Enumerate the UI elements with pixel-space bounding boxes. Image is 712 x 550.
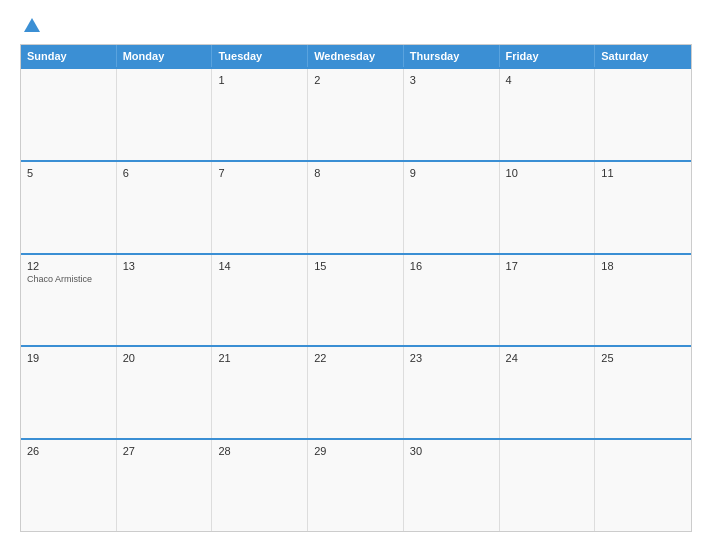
calendar-cell-w2-d6: 10: [500, 162, 596, 253]
calendar-cell-w1-d7: [595, 69, 691, 160]
day-number: 29: [314, 445, 397, 457]
calendar-cell-w1-d6: 4: [500, 69, 596, 160]
col-saturday: Saturday: [595, 45, 691, 67]
day-number: 27: [123, 445, 206, 457]
logo: [20, 18, 40, 34]
day-number: 30: [410, 445, 493, 457]
calendar-grid: Sunday Monday Tuesday Wednesday Thursday…: [20, 44, 692, 532]
day-number: 3: [410, 74, 493, 86]
calendar-cell-w1-d2: [117, 69, 213, 160]
col-thursday: Thursday: [404, 45, 500, 67]
day-number: 26: [27, 445, 110, 457]
calendar-cell-w3-d4: 15: [308, 255, 404, 346]
day-number: 19: [27, 352, 110, 364]
calendar-cell-w3-d7: 18: [595, 255, 691, 346]
calendar-cell-w3-d1: 12Chaco Armistice: [21, 255, 117, 346]
calendar-week-3: 12Chaco Armistice131415161718: [21, 253, 691, 346]
day-number: 24: [506, 352, 589, 364]
day-number: 25: [601, 352, 685, 364]
holiday-label: Chaco Armistice: [27, 274, 110, 284]
day-number: 2: [314, 74, 397, 86]
calendar-cell-w1-d3: 1: [212, 69, 308, 160]
calendar-cell-w1-d1: [21, 69, 117, 160]
day-number: 7: [218, 167, 301, 179]
day-number: 28: [218, 445, 301, 457]
calendar-cell-w4-d3: 21: [212, 347, 308, 438]
day-number: 9: [410, 167, 493, 179]
calendar-cell-w5-d6: [500, 440, 596, 531]
calendar-body: 123456789101112Chaco Armistice1314151617…: [21, 67, 691, 531]
day-number: 22: [314, 352, 397, 364]
calendar-cell-w1-d4: 2: [308, 69, 404, 160]
calendar-cell-w3-d3: 14: [212, 255, 308, 346]
col-sunday: Sunday: [21, 45, 117, 67]
calendar-cell-w3-d5: 16: [404, 255, 500, 346]
calendar-week-4: 19202122232425: [21, 345, 691, 438]
calendar-cell-w3-d6: 17: [500, 255, 596, 346]
col-wednesday: Wednesday: [308, 45, 404, 67]
calendar-cell-w2-d7: 11: [595, 162, 691, 253]
calendar-cell-w5-d1: 26: [21, 440, 117, 531]
calendar-cell-w4-d5: 23: [404, 347, 500, 438]
day-number: 20: [123, 352, 206, 364]
day-number: 1: [218, 74, 301, 86]
calendar-week-1: 1234: [21, 67, 691, 160]
day-number: 5: [27, 167, 110, 179]
day-number: 11: [601, 167, 685, 179]
day-number: 14: [218, 260, 301, 272]
calendar-cell-w2-d5: 9: [404, 162, 500, 253]
col-tuesday: Tuesday: [212, 45, 308, 67]
calendar-cell-w2-d3: 7: [212, 162, 308, 253]
calendar-cell-w5-d4: 29: [308, 440, 404, 531]
calendar-cell-w2-d2: 6: [117, 162, 213, 253]
day-number: 10: [506, 167, 589, 179]
day-number: 12: [27, 260, 110, 272]
col-monday: Monday: [117, 45, 213, 67]
day-number: 21: [218, 352, 301, 364]
calendar-week-5: 2627282930: [21, 438, 691, 531]
day-number: 13: [123, 260, 206, 272]
calendar-cell-w5-d2: 27: [117, 440, 213, 531]
page-header: [20, 18, 692, 34]
calendar-week-2: 567891011: [21, 160, 691, 253]
day-number: 4: [506, 74, 589, 86]
col-friday: Friday: [500, 45, 596, 67]
calendar-cell-w4-d2: 20: [117, 347, 213, 438]
calendar-cell-w1-d5: 3: [404, 69, 500, 160]
day-number: 18: [601, 260, 685, 272]
day-number: 17: [506, 260, 589, 272]
day-number: 6: [123, 167, 206, 179]
calendar-cell-w3-d2: 13: [117, 255, 213, 346]
calendar-cell-w5-d7: [595, 440, 691, 531]
day-number: 23: [410, 352, 493, 364]
calendar-cell-w2-d1: 5: [21, 162, 117, 253]
calendar-header: Sunday Monday Tuesday Wednesday Thursday…: [21, 45, 691, 67]
calendar-cell-w2-d4: 8: [308, 162, 404, 253]
logo-triangle-icon: [24, 18, 40, 32]
calendar-cell-w4-d4: 22: [308, 347, 404, 438]
day-number: 8: [314, 167, 397, 179]
day-number: 15: [314, 260, 397, 272]
calendar-cell-w5-d3: 28: [212, 440, 308, 531]
calendar-cell-w4-d1: 19: [21, 347, 117, 438]
day-number: 16: [410, 260, 493, 272]
calendar-cell-w4-d7: 25: [595, 347, 691, 438]
calendar-cell-w5-d5: 30: [404, 440, 500, 531]
calendar-cell-w4-d6: 24: [500, 347, 596, 438]
calendar-page: Sunday Monday Tuesday Wednesday Thursday…: [0, 0, 712, 550]
